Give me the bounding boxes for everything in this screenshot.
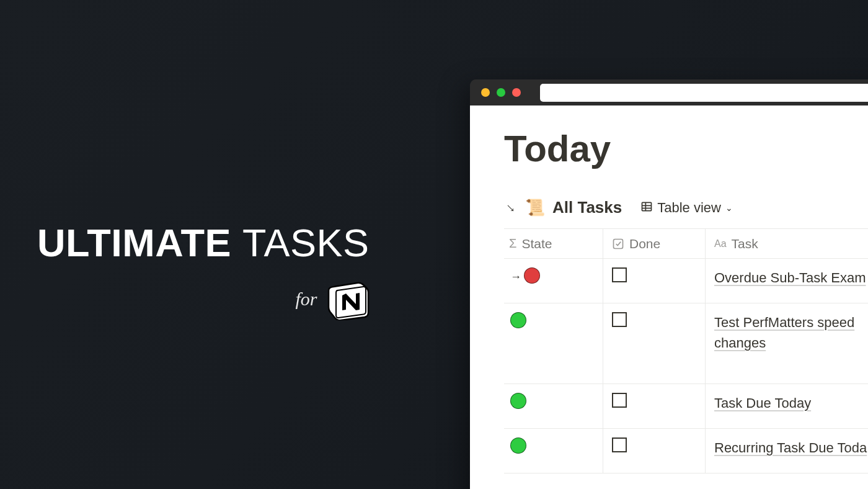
window-close-button[interactable] [481, 88, 490, 97]
done-checkbox[interactable] [612, 393, 627, 408]
subtask-arrow-icon: → [510, 271, 521, 284]
table-row[interactable]: →Overdue Sub-Task Exam [504, 259, 868, 303]
column-header-task[interactable]: Aa Task [706, 229, 868, 258]
state-dot-icon [524, 267, 540, 284]
cell-state [504, 303, 603, 384]
page-title: Today [504, 127, 868, 170]
cell-state [504, 429, 603, 473]
view-type-label: Table view [657, 200, 721, 216]
done-checkbox[interactable] [612, 437, 627, 452]
browser-window: Today → 📜 All Tasks Table view ⌄ [470, 79, 868, 489]
table-row[interactable]: Test PerfMatters speed changes [504, 303, 868, 384]
window-maximize-button[interactable] [512, 88, 521, 97]
cell-done [603, 384, 706, 428]
brand-title-light: TASKS [242, 221, 369, 264]
cell-task-title[interactable]: Overdue Sub-Task Exam [706, 259, 868, 303]
table-row[interactable]: Task Due Today [504, 384, 868, 429]
column-label-task: Task [732, 236, 758, 251]
cell-task-title[interactable]: Test PerfMatters speed changes [706, 303, 868, 384]
table-header-row: Σ State Done Aa Task [504, 229, 868, 259]
branding-block: ULTIMATE TASKS for [37, 223, 370, 320]
app-content: Today → 📜 All Tasks Table view ⌄ [470, 105, 868, 489]
database-source-name[interactable]: All Tasks [552, 198, 622, 217]
url-bar[interactable] [540, 84, 868, 102]
cell-done [603, 303, 706, 384]
open-source-icon[interactable]: → [500, 197, 521, 218]
cell-task-title[interactable]: Recurring Task Due Toda [706, 429, 868, 473]
formula-icon: Σ [509, 236, 516, 251]
view-header: → 📜 All Tasks Table view ⌄ [504, 198, 868, 217]
svg-rect-0 [642, 202, 652, 210]
cell-done [603, 259, 706, 303]
state-dot-icon [510, 437, 526, 454]
for-label: for [295, 289, 317, 310]
brand-title-bold: ULTIMATE [37, 221, 231, 264]
scroll-emoji-icon: 📜 [525, 198, 545, 217]
done-checkbox[interactable] [612, 267, 627, 282]
state-dot-icon [510, 312, 526, 328]
cell-state: → [504, 259, 603, 303]
chevron-down-icon: ⌄ [725, 203, 733, 213]
cell-done [603, 429, 706, 473]
table-icon [640, 200, 653, 215]
checkbox-property-icon [612, 238, 624, 250]
task-table: Σ State Done Aa Task →O [504, 228, 868, 473]
table-row[interactable]: Recurring Task Due Toda [504, 429, 868, 473]
done-checkbox[interactable] [612, 312, 627, 327]
column-label-state: State [521, 236, 552, 251]
view-switcher[interactable]: Table view ⌄ [640, 200, 733, 216]
window-titlebar [470, 79, 868, 105]
brand-title: ULTIMATE TASKS [37, 223, 370, 262]
cell-state [504, 384, 603, 428]
state-dot-icon [510, 393, 526, 409]
cell-task-title[interactable]: Task Due Today [706, 384, 868, 428]
column-header-state[interactable]: Σ State [504, 229, 603, 258]
notion-logo-icon [327, 278, 370, 320]
column-header-done[interactable]: Done [603, 229, 706, 258]
column-label-done: Done [629, 236, 660, 251]
brand-subtitle: for [37, 278, 370, 320]
title-property-icon: Aa [714, 238, 727, 249]
window-minimize-button[interactable] [497, 88, 505, 97]
svg-rect-4 [614, 239, 623, 248]
